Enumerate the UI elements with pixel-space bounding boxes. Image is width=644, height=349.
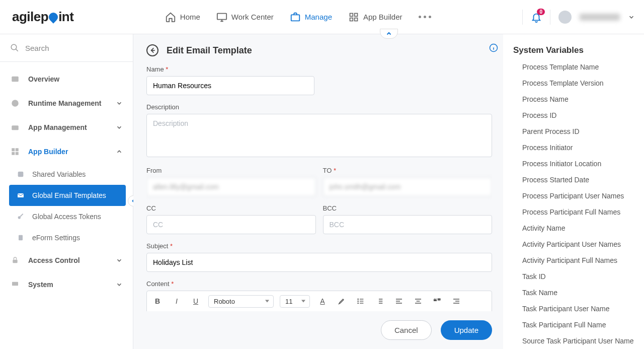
underline-button[interactable]: U bbox=[189, 294, 202, 308]
bold-button[interactable]: B bbox=[151, 294, 164, 308]
info-icon bbox=[489, 43, 498, 52]
sidebar-item-runtime[interactable]: Runtime Management bbox=[0, 91, 133, 115]
sidebar-sub-eform[interactable]: eForm Settings bbox=[9, 227, 126, 248]
search-input[interactable]: Search bbox=[0, 34, 133, 62]
system-variable-item[interactable]: Process Participant Full Names bbox=[522, 206, 637, 218]
system-variable-item[interactable]: Parent Process ID bbox=[522, 126, 637, 137]
system-variable-item[interactable]: Activity Participant Full Names bbox=[522, 255, 637, 266]
nav-app-builder[interactable]: App Builder bbox=[348, 12, 403, 23]
label-description: Description bbox=[146, 103, 492, 111]
system-variable-item[interactable]: Activity Participant User Names bbox=[522, 239, 637, 250]
nav-workcenter-label: Work Center bbox=[231, 13, 274, 21]
system-variable-item[interactable]: Task Participant User Name bbox=[522, 303, 637, 314]
sidebar-item-label: Runtime Management bbox=[28, 99, 101, 107]
svg-rect-3 bbox=[355, 13, 358, 16]
system-variable-item[interactable]: Task Participant Full Name bbox=[522, 319, 637, 330]
system-variable-item[interactable]: Process Participant User Names bbox=[522, 190, 637, 201]
sidebar-item-app-management[interactable]: App Management bbox=[0, 115, 133, 139]
sidebar-sub-label: Shared Variables bbox=[32, 170, 86, 178]
system-variable-item[interactable]: Process Started Date bbox=[522, 174, 637, 185]
field-description: Description bbox=[146, 103, 492, 159]
system-variable-item[interactable]: Task ID bbox=[522, 271, 637, 282]
sidebar-item-app-builder[interactable]: App Builder bbox=[0, 139, 133, 164]
nav-more[interactable] bbox=[419, 16, 431, 18]
nav-home[interactable]: Home bbox=[165, 12, 200, 23]
sidebar-item-access-control[interactable]: Access Control bbox=[0, 248, 133, 272]
sidebar-item-system[interactable]: System bbox=[0, 272, 133, 297]
label-content: Content bbox=[146, 280, 492, 288]
font-size-select[interactable]: 11 bbox=[280, 295, 310, 308]
form-actions: Cancel Update bbox=[146, 311, 499, 349]
system-variable-item[interactable]: Process Initiator bbox=[522, 142, 637, 153]
font-family-select[interactable]: Roboto bbox=[208, 295, 274, 308]
system-variables-list: Process Template NameProcess Template Ve… bbox=[513, 61, 637, 349]
cancel-button[interactable]: Cancel bbox=[381, 320, 432, 340]
chevron-down-icon[interactable] bbox=[628, 14, 635, 21]
svg-point-8 bbox=[12, 100, 19, 107]
key-icon bbox=[16, 212, 25, 221]
more-icon bbox=[419, 16, 431, 18]
input-cc[interactable] bbox=[146, 215, 316, 234]
avatar[interactable] bbox=[558, 11, 572, 24]
chevron-down-icon bbox=[116, 281, 123, 288]
italic-button[interactable]: I bbox=[170, 294, 183, 308]
align-center-button[interactable] bbox=[412, 294, 425, 308]
system-variable-item[interactable]: Source Task Participant User Name bbox=[522, 335, 637, 346]
main-layout: Search Overview Runtime Management App M… bbox=[0, 34, 644, 349]
svg-rect-11 bbox=[16, 148, 19, 151]
sidebar: Search Overview Runtime Management App M… bbox=[0, 34, 133, 349]
form-scroll[interactable]: Name Description From TO bbox=[146, 65, 492, 311]
input-from[interactable] bbox=[146, 177, 316, 196]
notification-badge: 0 bbox=[537, 9, 545, 15]
input-subject[interactable] bbox=[146, 253, 492, 272]
system-variables-title: System Variables bbox=[513, 45, 637, 55]
label-to: TO bbox=[323, 167, 493, 174]
system-variable-item[interactable]: Process Template Version bbox=[522, 78, 637, 89]
system-variable-item[interactable]: Activity Name bbox=[522, 223, 637, 234]
nav-manage-label: Manage bbox=[305, 13, 332, 21]
info-button[interactable] bbox=[489, 43, 498, 52]
input-description[interactable] bbox=[146, 114, 492, 157]
system-variable-item[interactable]: Task Name bbox=[522, 287, 637, 298]
bullet-list-button[interactable] bbox=[354, 294, 367, 308]
svg-rect-14 bbox=[18, 172, 24, 177]
system-variable-item[interactable]: Process Initiator Location bbox=[522, 158, 637, 169]
svg-rect-4 bbox=[350, 18, 353, 21]
numbered-list-button[interactable] bbox=[373, 294, 386, 308]
label-from: From bbox=[146, 167, 316, 174]
svg-rect-2 bbox=[350, 13, 353, 16]
sidebar-sub-email-templates[interactable]: Global Email Templates bbox=[9, 185, 126, 206]
quote-button[interactable]: ❝❞ bbox=[431, 294, 444, 308]
arrow-left-icon bbox=[149, 47, 156, 54]
back-button[interactable] bbox=[146, 44, 158, 56]
label-name: Name bbox=[146, 65, 492, 73]
input-bcc[interactable] bbox=[323, 215, 493, 234]
align-right-button[interactable] bbox=[450, 294, 463, 308]
notifications-button[interactable]: 0 bbox=[531, 12, 542, 23]
nav-work-center[interactable]: Work Center bbox=[216, 12, 274, 23]
sidebar-item-overview[interactable]: Overview bbox=[0, 67, 133, 91]
system-variable-item[interactable]: Process Template Name bbox=[522, 61, 637, 73]
server-icon bbox=[10, 280, 20, 290]
system-variable-item[interactable]: Process Name bbox=[522, 94, 637, 105]
user-name bbox=[580, 14, 620, 21]
top-bar: agilepint Home Work Center Manage App Bu… bbox=[0, 0, 644, 34]
chevron-down-icon bbox=[116, 257, 123, 264]
highlight-button[interactable] bbox=[335, 294, 348, 308]
svg-rect-9 bbox=[12, 125, 19, 130]
input-to[interactable] bbox=[323, 177, 493, 196]
sidebar-sub-access-tokens[interactable]: Global Access Tokens bbox=[9, 206, 126, 227]
nav-manage[interactable]: Manage bbox=[290, 12, 332, 23]
nav-home-label: Home bbox=[180, 13, 200, 21]
top-nav: Home Work Center Manage App Builder bbox=[165, 12, 431, 23]
text-color-button[interactable]: A bbox=[316, 294, 329, 308]
align-left-button[interactable] bbox=[392, 294, 406, 308]
label-subject: Subject bbox=[146, 242, 492, 250]
form-area: Edit Email Template Name Description bbox=[133, 34, 503, 349]
sidebar-sub-shared-variables[interactable]: Shared Variables bbox=[9, 164, 126, 185]
divider bbox=[522, 10, 523, 25]
update-button[interactable]: Update bbox=[441, 320, 492, 340]
input-name[interactable] bbox=[146, 76, 314, 95]
svg-rect-7 bbox=[12, 77, 19, 82]
system-variable-item[interactable]: Process ID bbox=[522, 110, 637, 121]
